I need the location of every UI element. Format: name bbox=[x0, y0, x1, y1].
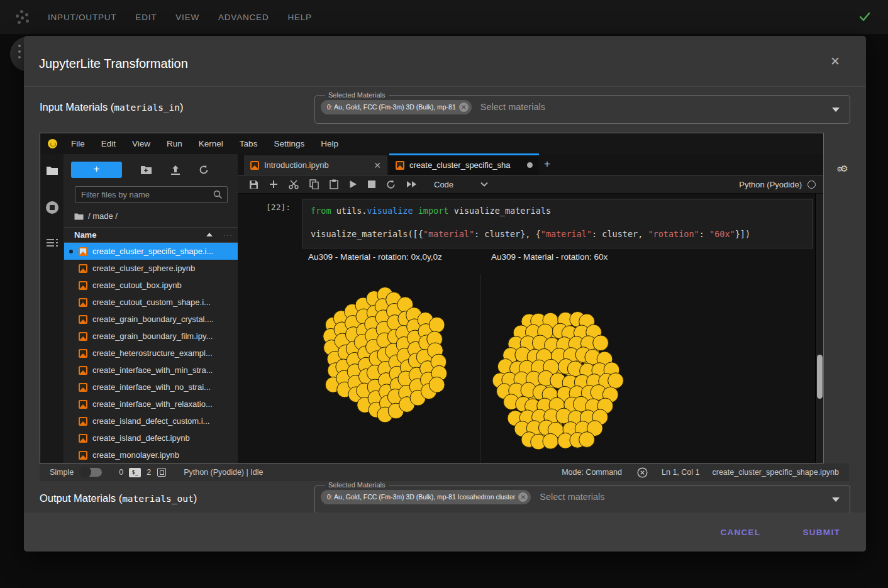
jupyter-menu-help[interactable]: Help bbox=[321, 139, 338, 148]
scrollbar-thumb[interactable] bbox=[817, 355, 823, 399]
file-name: create_cutout_box.ipynb bbox=[92, 280, 182, 290]
file-row[interactable]: create_grain_boundary_crystal.... bbox=[64, 311, 238, 328]
file-name: create_grain_boundary_crystal.... bbox=[92, 314, 214, 324]
jupyter-menu-edit[interactable]: Edit bbox=[101, 139, 116, 148]
submit-button[interactable]: SUBMIT bbox=[796, 523, 846, 542]
file-row[interactable]: create_interface_with_relaxatio... bbox=[64, 396, 238, 413]
upload-icon[interactable] bbox=[170, 165, 180, 175]
add-tab-icon[interactable]: + bbox=[544, 158, 550, 170]
tab-introduction[interactable]: Introduction.ipynb ✕ bbox=[244, 155, 387, 175]
cut-icon[interactable] bbox=[289, 180, 299, 189]
file-list: create_cluster_specific_shape.i...create… bbox=[64, 243, 238, 463]
file-row[interactable]: create_grain_boundary_film.ipy... bbox=[64, 328, 238, 345]
file-row[interactable]: create_interface_with_no_strai... bbox=[64, 379, 238, 396]
code-editor[interactable]: from utils.visualize import visualize_ma… bbox=[302, 199, 813, 248]
name-column-header[interactable]: Name ··· bbox=[64, 227, 238, 243]
tab-create-cluster-specific-shape[interactable]: create_cluster_specific_sha bbox=[389, 153, 539, 175]
close-icon[interactable]: ✕ bbox=[828, 55, 842, 69]
file-row[interactable]: create_heterostructure_exampl... bbox=[64, 345, 238, 362]
restart-run-all-icon[interactable] bbox=[406, 180, 417, 188]
cell-type-select[interactable]: Code bbox=[434, 180, 453, 189]
simple-mode-toggle[interactable] bbox=[80, 468, 102, 477]
file-name: create_cluster_specific_shape.i... bbox=[92, 247, 213, 256]
column-menu-icon: ··· bbox=[223, 231, 233, 240]
running-sessions-icon[interactable] bbox=[45, 201, 59, 214]
input-materials-select[interactable]: Selected Materials 0: Au, Gold, FCC (Fm-… bbox=[314, 91, 850, 124]
filter-input[interactable] bbox=[75, 190, 227, 199]
top-menu-input-output[interactable]: INPUT/OUTPUT bbox=[48, 13, 116, 22]
cancel-button[interactable]: CANCEL bbox=[714, 523, 767, 542]
jupyter-menu-file[interactable]: File bbox=[71, 139, 85, 148]
jupyter-menu-settings[interactable]: Settings bbox=[274, 139, 304, 148]
tab-bar: Introduction.ipynb ✕ create_cluster_spec… bbox=[238, 154, 823, 175]
file-row[interactable]: create_cutout_custom_shape.i... bbox=[64, 294, 238, 311]
status-check-icon bbox=[858, 9, 872, 23]
kernel-selector[interactable]: Python (Pyodide) bbox=[739, 180, 816, 189]
filter-files-input[interactable] bbox=[75, 186, 228, 203]
top-menu-advanced[interactable]: ADVANCED bbox=[218, 13, 269, 22]
file-row[interactable]: create_cluster_sphere.ipynb bbox=[64, 260, 238, 277]
terminal-icon[interactable]: $_ bbox=[129, 468, 141, 477]
new-folder-icon[interactable] bbox=[140, 165, 152, 175]
file-name: create_interface_with_no_strai... bbox=[92, 382, 211, 392]
page: INPUT/OUTPUTEDITVIEWADVANCEDHELP Jupyter… bbox=[0, 0, 888, 588]
chevron-down-icon[interactable] bbox=[480, 182, 488, 187]
settings-gears-icon[interactable]: ⚙⚙ bbox=[836, 163, 848, 174]
file-row[interactable]: create_island_defect_custom.i... bbox=[64, 413, 238, 430]
output-materials-label: Output Materials (materials_out) bbox=[40, 492, 197, 504]
table-of-contents-icon[interactable] bbox=[46, 238, 58, 248]
file-name: create_cutout_custom_shape.i... bbox=[92, 297, 211, 307]
mode-indicator[interactable]: Mode: Command bbox=[562, 468, 622, 477]
dropdown-arrow-icon[interactable] bbox=[832, 108, 840, 112]
top-menu-help[interactable]: HELP bbox=[287, 13, 311, 22]
file-row[interactable]: create_island_defect.ipynb bbox=[64, 430, 238, 447]
run-icon[interactable] bbox=[349, 180, 357, 189]
output-materials-select[interactable]: Selected Materials 0: Au, Gold, FCC (Fm-… bbox=[314, 481, 850, 514]
notebook-icon bbox=[79, 247, 87, 256]
jupyter-statusbar: Simple 0 $_ 2 Python (Pyodide) | Idle Mo… bbox=[40, 463, 849, 481]
material-chip[interactable]: 0: Au, Gold, FCC (Fm-3m) 3D (Bulk), mp-8… bbox=[321, 490, 531, 504]
paste-icon[interactable] bbox=[330, 179, 338, 189]
unsaved-dot-icon bbox=[527, 162, 533, 168]
jupyter-menu-kernel[interactable]: Kernel bbox=[199, 139, 223, 148]
restart-kernel-icon[interactable] bbox=[386, 180, 396, 189]
top-menu-view[interactable]: VIEW bbox=[175, 13, 199, 22]
file-name: create_cluster_sphere.ipynb bbox=[92, 263, 195, 273]
code-line: from utils.visualize import visualize_ma… bbox=[311, 205, 805, 217]
kernel-status-text[interactable]: Python (Pyodide) | Idle bbox=[184, 468, 263, 477]
file-row[interactable]: create_cluster_specific_shape.i... bbox=[64, 243, 238, 260]
chip-delete-icon[interactable]: ✕ bbox=[459, 103, 469, 112]
app-logo-icon bbox=[14, 9, 30, 25]
jupyter-menu-run[interactable]: Run bbox=[167, 139, 182, 148]
notifications-icon[interactable] bbox=[637, 467, 648, 478]
file-row[interactable]: create_monolayer.ipynb bbox=[64, 447, 238, 463]
notebook-icon bbox=[79, 315, 87, 324]
chip-delete-icon[interactable]: ✕ bbox=[518, 492, 528, 502]
top-menu-edit[interactable]: EDIT bbox=[135, 13, 157, 22]
new-launcher-button[interactable]: + bbox=[71, 162, 122, 178]
save-icon[interactable] bbox=[249, 180, 258, 189]
cursor-position[interactable]: Ln 1, Col 1 bbox=[662, 468, 699, 477]
notebook-icon bbox=[79, 332, 87, 341]
breadcrumb[interactable]: / made / bbox=[74, 211, 238, 221]
material-chip[interactable]: 0: Au, Gold, FCC (Fm-3m) 3D (Bulk), mp-8… bbox=[321, 100, 472, 114]
tab-close-icon[interactable]: ✕ bbox=[374, 160, 381, 170]
terminals-count[interactable]: 0 bbox=[119, 468, 123, 477]
add-cell-icon[interactable] bbox=[269, 180, 278, 189]
unsaved-dot-icon bbox=[69, 250, 73, 253]
dropdown-arrow-icon[interactable] bbox=[832, 497, 840, 502]
output-label-left: Au309 - Material - rotation: 0x,0y,0z bbox=[308, 252, 442, 262]
select-materials-placeholder: Select materials bbox=[480, 102, 545, 112]
jupyter-menu-tabs[interactable]: Tabs bbox=[240, 139, 258, 148]
kernel-sessions-icon[interactable] bbox=[157, 468, 166, 477]
copy-icon[interactable] bbox=[309, 179, 319, 189]
jupyter-menu-view[interactable]: View bbox=[132, 139, 150, 148]
execution-prompt: [22]: bbox=[266, 199, 302, 248]
files-icon[interactable] bbox=[46, 165, 58, 175]
refresh-icon[interactable] bbox=[199, 165, 209, 175]
file-row[interactable]: create_interface_with_min_stra... bbox=[64, 362, 238, 379]
output-label-right: Au309 - Material - rotation: 60x bbox=[491, 252, 608, 262]
stop-icon[interactable] bbox=[368, 180, 375, 188]
kernels-count[interactable]: 2 bbox=[147, 468, 151, 477]
file-row[interactable]: create_cutout_box.ipynb bbox=[64, 277, 238, 294]
